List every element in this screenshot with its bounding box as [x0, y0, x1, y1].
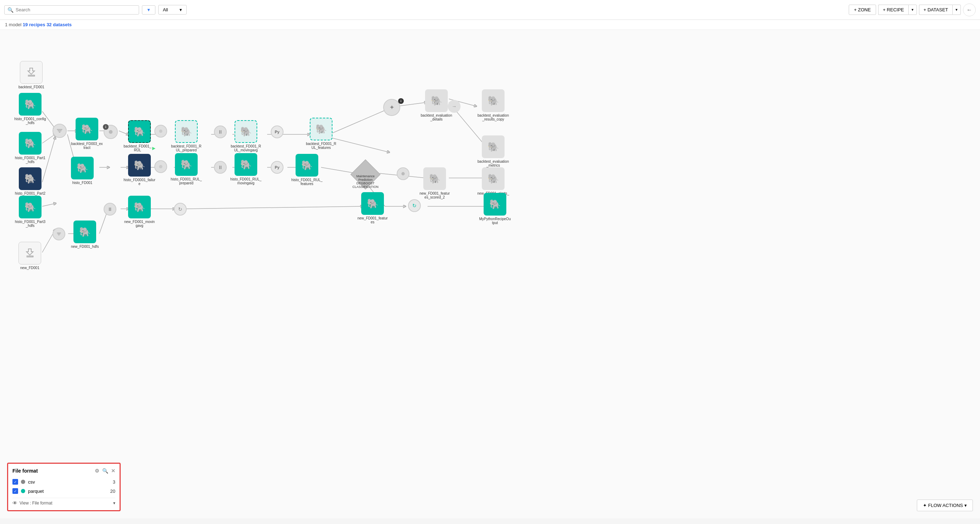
recipe-label: recipes [29, 22, 46, 27]
legend-checkbox-csv[interactable]: ✓ [13, 479, 18, 485]
node-new-fd001-hdfs[interactable]: 🐘 new_FD001_hdfs [71, 221, 99, 249]
dataset-count[interactable]: 32 [46, 22, 51, 27]
legend-row-csv: ✓ csv 3 [13, 477, 115, 486]
legend-name-csv: csv [28, 480, 110, 485]
legend-search-icon[interactable]: 🔍 [102, 468, 108, 474]
legend-count-csv: 3 [113, 480, 115, 485]
node-circle-right-1[interactable] [397, 167, 409, 180]
legend-dropdown-arrow[interactable]: ▾ [113, 500, 115, 506]
chevron-down-icon: ▾ [180, 7, 182, 13]
node-histo-part3[interactable]: 🐘 histo_FD001_Part3_hdfs [14, 196, 46, 228]
legend-row-parquet: ✓ parquet 20 [13, 486, 115, 495]
filter-value: All [163, 7, 168, 13]
node-backtest-features[interactable]: 🐘 backtest_FD001_RUL_features [305, 118, 337, 149]
node-histo-rul-movingavg[interactable]: 🐘 histo_FD001_RUL_movingavg [230, 153, 262, 185]
node-histo-features[interactable]: 🐘 histo_FD001_RUL_features [291, 154, 323, 186]
node-filter-circle-1[interactable] [52, 124, 67, 138]
node-backtest-eval-results[interactable]: 🐘 backtest_evaluation_results_copy [477, 89, 509, 121]
node-histo-rul-prepared[interactable]: 🐘 histo_FD001_RUL_prepared [170, 153, 202, 185]
search-input[interactable] [16, 7, 136, 13]
legend-close-icon[interactable]: ✕ [111, 468, 115, 474]
node-pipe-1[interactable]: ⏸ [214, 125, 227, 138]
svg-line-28 [321, 167, 356, 173]
recipe-main-button[interactable]: + RECIPE [878, 5, 908, 15]
node-python-2[interactable]: Py [271, 161, 283, 174]
legend-footer: 👁 View : File format ▾ [13, 500, 115, 506]
node-pause-new[interactable]: ⏸ [103, 203, 116, 216]
node-histo-part1[interactable]: 🐘 histo_FD001_Part1_hdfs [14, 132, 46, 164]
node-scored-2[interactable]: 🐘 new_FD001_features_scored_2 [419, 167, 450, 199]
node-backtest-extract[interactable]: 🐘 backtest_FD003_extract [71, 118, 103, 149]
legend-panel: File format ⚙ 🔍 ✕ ✓ csv 3 ✓ parquet 20 👁… [7, 463, 121, 511]
svg-line-20 [332, 138, 388, 152]
legend-view-label[interactable]: View : File format [19, 500, 52, 506]
node-pipe-2[interactable]: ⏸ [214, 161, 227, 174]
recipe-dropdown[interactable]: + RECIPE ▾ [878, 5, 917, 15]
node-new-features[interactable]: 🐘 new_FD001_features [356, 192, 388, 224]
search-icon: 🔍 [8, 7, 13, 13]
node-histo-fd001[interactable]: 🐘 histo_FD001 [71, 157, 94, 185]
node-circle-histo-2[interactable] [154, 160, 167, 173]
node-python-1[interactable]: Py [271, 125, 283, 138]
svg-line-27 [186, 206, 362, 209]
info-badge-1: i [103, 124, 108, 130]
recipe-arrow-button[interactable]: ▾ [908, 5, 917, 15]
node-backtest-rul[interactable]: 🐘 backtest_FD001_RUL ▶ [124, 120, 156, 152]
dataset-main-button[interactable]: + DATASET [919, 5, 952, 15]
stats-bar: 1 model 19 recipes 32 datasets [0, 20, 980, 30]
node-histo-config[interactable]: 🐘 histo_FD001_config_hdfs [14, 93, 46, 125]
legend-dot-parquet [21, 489, 25, 493]
node-circle-backtest-2[interactable] [154, 125, 167, 138]
node-backtest-fd001[interactable]: backtest_FD001 [18, 61, 45, 89]
legend-dot-csv [21, 480, 25, 484]
node-filter-left-2[interactable] [52, 228, 65, 240]
svg-point-38 [109, 130, 113, 134]
dataset-dropdown[interactable]: + DATASET ▾ [919, 5, 961, 15]
dataset-arrow-button[interactable]: ▾ [952, 5, 961, 15]
filter-icon: ▼ [146, 8, 151, 13]
node-model-star[interactable]: ✦ [383, 99, 400, 116]
node-histo-failure[interactable]: 🐘 histo_FD0001_failure [124, 154, 156, 186]
zone-button[interactable]: + ZONE [849, 5, 876, 15]
legend-title: File format ⚙ 🔍 ✕ [13, 468, 115, 474]
node-backtest-rul-prepared[interactable]: 🐘 backtest_FD001_RUL_prepared [170, 120, 202, 152]
node-python-output[interactable]: 🐘 MyPythonRecipeOutput [479, 193, 511, 225]
node-sync-1[interactable]: ↻ [174, 203, 187, 216]
search-box[interactable]: 🔍 [4, 5, 139, 14]
svg-point-40 [159, 165, 162, 168]
legend-settings-icon[interactable]: ⚙ [95, 468, 99, 474]
node-python-3[interactable]: ↻ [408, 199, 421, 212]
node-new-fd001[interactable]: new_FD001 [18, 242, 41, 270]
model-label: model [9, 22, 23, 27]
back-button[interactable]: ← [963, 3, 976, 16]
node-histo-part2[interactable]: 🐘 histo_FD001_Part2_hdfs [14, 167, 46, 199]
recipe-count[interactable]: 19 [23, 22, 28, 27]
legend-actions[interactable]: ⚙ 🔍 ✕ [95, 468, 115, 474]
node-maintenance-label: Maintenance Prediction DEGBOOST CLASSIFI… [350, 175, 382, 189]
svg-point-41 [401, 172, 404, 175]
filter-button[interactable]: ▼ [142, 5, 156, 14]
legend-checkbox-parquet[interactable]: ✓ [13, 488, 18, 494]
node-backtest-rul-movingavg[interactable]: 🐘 backtest_FD001_RUL_movingavg [230, 120, 262, 152]
legend-name-parquet: parquet [28, 489, 108, 494]
legend-count-parquet: 20 [110, 489, 115, 494]
filter-select[interactable]: All ▾ [158, 5, 187, 14]
flow-actions-label: ✦ FLOW ACTIONS [923, 503, 963, 508]
legend-footer-left[interactable]: 👁 View : File format [13, 500, 52, 506]
dataset-label: datasets [53, 22, 72, 27]
header-left: 🔍 ▼ All ▾ [4, 5, 187, 14]
node-backtest-eval-metrics[interactable]: 🐘 backtest_evaluation_metrics [477, 135, 509, 167]
header-right: + ZONE + RECIPE ▾ + DATASET ▾ ← [849, 3, 976, 16]
node-new-movingavg[interactable]: 🐘 new_FD001_movingavg [124, 196, 156, 228]
svg-point-39 [159, 129, 162, 133]
node-arrow-circle-1[interactable]: → [448, 100, 461, 113]
header: 🔍 ▼ All ▾ + ZONE + RECIPE ▾ + DATASET ▾ … [0, 0, 980, 20]
info-badge-model: i [398, 98, 404, 104]
flow-canvas: backtest_FD001 🐘 histo_FD001_config_hdfs… [0, 30, 980, 518]
flow-actions-button[interactable]: ✦ FLOW ACTIONS ▾ [917, 500, 973, 511]
model-count: 1 [5, 22, 8, 27]
flow-actions-arrow: ▾ [964, 503, 967, 508]
eye-icon: 👁 [13, 500, 18, 506]
